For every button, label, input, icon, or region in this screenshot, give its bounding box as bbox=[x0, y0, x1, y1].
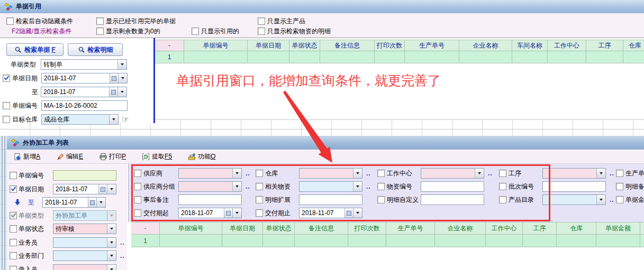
doc-date-field[interactable]: 2018-11-07 bbox=[53, 184, 116, 194]
supplier-dropdown[interactable] bbox=[178, 168, 242, 179]
target-warehouse-checkbox[interactable] bbox=[3, 116, 10, 123]
column-header[interactable]: 单据状态 bbox=[289, 40, 320, 51]
grid-cell[interactable] bbox=[320, 51, 375, 63]
grid-cell[interactable] bbox=[289, 51, 320, 63]
work-center-checkbox[interactable] bbox=[377, 170, 385, 177]
product-catalog-checkbox[interactable] bbox=[499, 196, 506, 203]
browse-button[interactable]: .. bbox=[120, 239, 125, 246]
dropdown-button[interactable] bbox=[107, 238, 116, 247]
post-note-input[interactable] bbox=[178, 194, 242, 205]
row-header-cell[interactable]: - bbox=[155, 40, 184, 51]
delivery-from-checkbox[interactable] bbox=[134, 209, 141, 217]
column-header[interactable]: 企业名称 bbox=[435, 222, 486, 235]
doc-no-input[interactable]: MA-18-10-26-0002 bbox=[41, 100, 128, 111]
edit-button[interactable]: 编辑E bbox=[56, 152, 83, 161]
detail-note-checkbox[interactable] bbox=[616, 183, 623, 190]
column-header[interactable]: 备注信息 bbox=[295, 222, 348, 235]
dropdown-button[interactable] bbox=[353, 169, 362, 178]
related-material-checkbox[interactable] bbox=[256, 183, 263, 190]
detail-custom-checkbox[interactable] bbox=[377, 196, 385, 203]
grid-cell[interactable] bbox=[160, 235, 222, 247]
doc-amount-checkbox[interactable] bbox=[616, 196, 623, 203]
dropdown-button[interactable] bbox=[109, 115, 118, 124]
browse-button[interactable]: .. bbox=[246, 170, 250, 177]
browse-button[interactable]: .. bbox=[120, 252, 125, 259]
date-dropdown-button[interactable] bbox=[353, 208, 362, 218]
entry-clerk-dropdown[interactable] bbox=[53, 264, 116, 270]
column-header[interactable]: 生产单号 bbox=[405, 40, 459, 51]
column-header[interactable]: 单据金额 bbox=[596, 222, 640, 235]
checkbox[interactable] bbox=[6, 17, 14, 25]
grid-cell[interactable] bbox=[435, 235, 486, 247]
checkbox-only-search-material-detail[interactable]: 只显示检索物资的明细 bbox=[258, 26, 331, 36]
salesman-checkbox[interactable] bbox=[10, 239, 17, 246]
prod-order-checkbox[interactable] bbox=[616, 170, 623, 177]
checkbox-only-referenced[interactable]: 只显示引用的 bbox=[192, 26, 239, 36]
dropdown-button[interactable] bbox=[475, 169, 484, 178]
dropdown-button[interactable] bbox=[232, 182, 241, 191]
new-button[interactable]: 新增A bbox=[13, 152, 40, 161]
browse-button[interactable]: .. bbox=[610, 196, 614, 203]
dropdown-button[interactable] bbox=[353, 182, 362, 191]
calendar-icon[interactable] bbox=[110, 73, 118, 83]
browse-button[interactable]: .. bbox=[246, 183, 250, 190]
grid-cell[interactable] bbox=[248, 51, 289, 63]
row-header-cell[interactable]: - bbox=[131, 222, 160, 235]
grid-cell[interactable] bbox=[548, 51, 586, 63]
doc-date-checkbox[interactable] bbox=[10, 185, 17, 193]
dropdown-button[interactable] bbox=[596, 169, 605, 178]
doc-status-dropdown[interactable]: 待审核 bbox=[53, 224, 116, 234]
detail-ext-checkbox[interactable] bbox=[256, 196, 263, 203]
entry-clerk-checkbox[interactable] bbox=[10, 266, 17, 270]
column-header[interactable]: 备注信息 bbox=[320, 40, 375, 51]
delivery-to-checkbox[interactable] bbox=[256, 209, 263, 217]
delivery-from-field[interactable]: 2018-11-07 bbox=[178, 208, 242, 218]
process-dropdown[interactable] bbox=[542, 168, 606, 179]
grid-cell[interactable] bbox=[512, 51, 548, 63]
supplier-group-checkbox[interactable] bbox=[134, 183, 141, 190]
target-warehouse-dropdown[interactable]: 成品仓库 bbox=[41, 114, 119, 125]
browse-button[interactable]: .. bbox=[366, 183, 371, 190]
grid-cell[interactable] bbox=[459, 51, 512, 63]
grid-cell[interactable] bbox=[222, 235, 263, 247]
doc-no-checkbox[interactable] bbox=[10, 172, 17, 179]
search-documents-button[interactable]: 检索单据 F bbox=[6, 43, 64, 56]
work-center-dropdown[interactable] bbox=[421, 168, 484, 179]
print-button[interactable]: 打印P bbox=[99, 152, 126, 161]
column-header[interactable]: 仓库 bbox=[557, 222, 596, 235]
row-number-cell[interactable]: 1 bbox=[155, 51, 184, 63]
browse-button[interactable]: .. bbox=[366, 170, 371, 177]
row-number-cell[interactable]: 1 bbox=[131, 235, 160, 247]
material-no-input[interactable] bbox=[421, 181, 484, 192]
column-header[interactable]: 单据日期 bbox=[222, 222, 263, 235]
delivery-to-field[interactable]: 2018-11-07 bbox=[299, 208, 362, 218]
column-header[interactable]: 单据编号 bbox=[160, 222, 222, 235]
checkbox[interactable] bbox=[258, 17, 265, 25]
warehouse-dropdown[interactable] bbox=[299, 168, 362, 179]
grid-cell[interactable] bbox=[557, 235, 596, 247]
batch-no-checkbox[interactable] bbox=[499, 183, 506, 190]
to-date-field[interactable]: 2018-11-07 bbox=[42, 197, 106, 208]
calendar-icon[interactable] bbox=[344, 208, 353, 218]
date-dropdown-button[interactable] bbox=[107, 184, 116, 194]
column-header[interactable]: 工作中心 bbox=[486, 222, 523, 235]
grid-cell[interactable] bbox=[184, 51, 248, 63]
grid-cell[interactable] bbox=[386, 235, 435, 247]
grid-cell[interactable] bbox=[263, 235, 295, 247]
batch-no-input[interactable] bbox=[542, 181, 606, 192]
dropdown-button[interactable] bbox=[117, 60, 126, 69]
column-header[interactable]: 工作中心 bbox=[548, 40, 586, 51]
column-header[interactable]: 生产单号 bbox=[386, 222, 435, 235]
checkbox-show-zero-remaining[interactable]: 显示剩余数量为0的 bbox=[96, 26, 160, 36]
date-dropdown-button[interactable] bbox=[96, 198, 105, 207]
checkbox[interactable] bbox=[96, 17, 104, 25]
checkbox[interactable] bbox=[96, 27, 104, 35]
column-header[interactable]: 单据状态 bbox=[263, 222, 295, 235]
related-material-dropdown[interactable] bbox=[299, 181, 362, 192]
detail-custom-input[interactable] bbox=[421, 194, 484, 205]
grid-cell[interactable] bbox=[295, 235, 348, 247]
salesman-dropdown[interactable] bbox=[53, 237, 116, 248]
calendar-icon[interactable] bbox=[224, 208, 232, 218]
material-no-checkbox[interactable] bbox=[377, 183, 385, 190]
doc-no-checkbox[interactable] bbox=[3, 102, 10, 109]
